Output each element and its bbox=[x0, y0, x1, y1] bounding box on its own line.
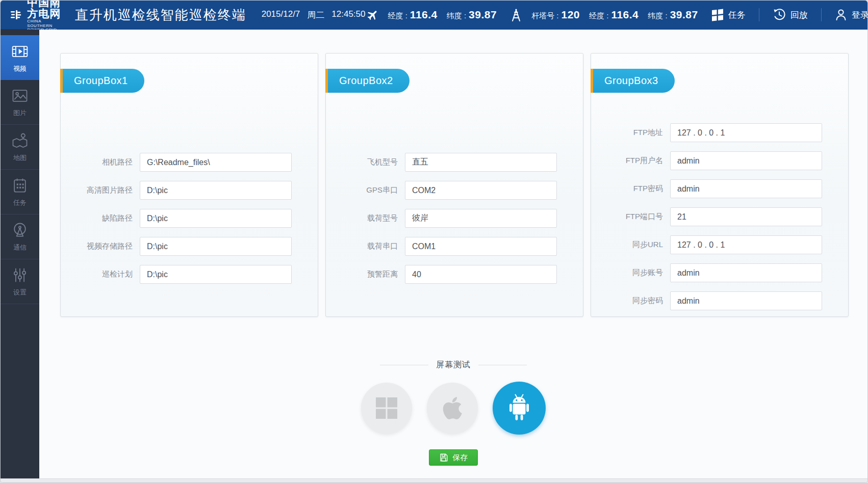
ftp-port-label: FTP端口号 bbox=[626, 212, 663, 222]
payload-model-row: 载荷型号 bbox=[326, 209, 583, 228]
warning-distance-row: 预警距离 bbox=[326, 265, 583, 284]
sidebar-label-tasks: 任务 bbox=[13, 198, 27, 207]
settings-icon bbox=[11, 266, 29, 284]
login-label: 登录 bbox=[852, 9, 868, 21]
inspection-plan-row: 巡检计划 bbox=[61, 265, 318, 284]
ftp-username-input[interactable] bbox=[670, 151, 822, 170]
tower-lon-value: 116.4 bbox=[611, 9, 639, 21]
aircraft-model-label: 飞机型号 bbox=[367, 157, 398, 167]
datetime: 2015/12/7 周二 12:45:50 bbox=[262, 9, 366, 21]
inspection-plan-input[interactable] bbox=[140, 265, 292, 284]
warning-distance-input[interactable] bbox=[405, 265, 557, 284]
payload-model-label: 载荷型号 bbox=[367, 213, 398, 223]
bottom-strip bbox=[1, 478, 867, 482]
payload-model-input[interactable] bbox=[405, 209, 557, 228]
weekday-text: 周二 bbox=[307, 9, 324, 21]
header-separator bbox=[821, 8, 822, 21]
company-logo: 中国南方电网 CHINA SOUTHERN POWER GRID bbox=[11, 0, 64, 33]
task-icon bbox=[11, 176, 29, 195]
sidebar-label-map: 地图 bbox=[13, 153, 27, 163]
sidebar-item-images[interactable]: 图片 bbox=[1, 80, 39, 125]
ftp-port-row: FTP端口号 bbox=[591, 207, 848, 226]
floppy-icon bbox=[439, 453, 448, 462]
hd-image-path-row: 高清图片路径 bbox=[61, 181, 318, 200]
defect-path-label: 缺陷路径 bbox=[102, 213, 133, 223]
screen-test-title: 屏幕测试 bbox=[436, 360, 471, 370]
ftp-password-input[interactable] bbox=[670, 179, 822, 198]
time-text: 12:45:50 bbox=[331, 9, 365, 21]
groupbox1-title: GroupBox1 bbox=[63, 69, 144, 93]
sync-url-label: 同步URL bbox=[632, 240, 663, 250]
brand-cn: 中国南方电网 bbox=[27, 0, 63, 19]
sync-password-input[interactable] bbox=[670, 291, 822, 310]
groupbox3-panel: GroupBox3 FTP地址 FTP用户名 FTP密码 bbox=[591, 53, 849, 317]
sidebar-item-settings[interactable]: 设置 bbox=[1, 259, 39, 304]
tower-lat-value: 39.87 bbox=[670, 9, 698, 21]
warning-distance-label: 预警距离 bbox=[367, 270, 398, 279]
groupbox3-title: GroupBox3 bbox=[593, 69, 675, 93]
image-icon bbox=[11, 87, 29, 105]
payload-serial-row: 载荷串口 bbox=[326, 237, 583, 256]
main-content: GroupBox1 相机路径 高清图片路径 缺陷路径 bbox=[39, 30, 867, 478]
header-replay-button[interactable]: 回放 bbox=[773, 8, 808, 21]
groupbox2-panel: GroupBox2 飞机型号 GPS串口 载荷型号 bbox=[325, 53, 583, 317]
sync-account-input[interactable] bbox=[670, 263, 822, 282]
tasks-label: 任务 bbox=[728, 9, 746, 21]
sync-url-input[interactable] bbox=[670, 235, 822, 254]
hd-image-path-input[interactable] bbox=[140, 181, 292, 200]
aircraft-model-input[interactable] bbox=[405, 153, 557, 172]
ftp-password-label: FTP密码 bbox=[633, 184, 663, 194]
sidebar-item-communication[interactable]: 通信 bbox=[1, 214, 39, 259]
tiles-icon bbox=[711, 8, 724, 21]
sync-password-label: 同步密码 bbox=[632, 296, 663, 306]
tower-id-value: 120 bbox=[561, 9, 580, 21]
power-grid-logo-icon bbox=[11, 6, 22, 24]
ftp-password-row: FTP密码 bbox=[591, 179, 848, 198]
screen-test-android-button[interactable] bbox=[493, 382, 546, 435]
payload-serial-input[interactable] bbox=[405, 237, 557, 256]
divider-line bbox=[478, 365, 527, 365]
flight-lat-label: 纬度 : bbox=[447, 11, 466, 21]
gps-serial-input[interactable] bbox=[405, 181, 557, 200]
app-window: 中国南方电网 CHINA SOUTHERN POWER GRID 直升机巡检线智… bbox=[0, 0, 868, 483]
page-title: 直升机巡检线智能巡检终端 bbox=[75, 6, 246, 24]
android-logo-icon bbox=[507, 394, 531, 422]
sidebar-item-tasks[interactable]: 任务 bbox=[1, 170, 39, 214]
windows-logo-icon bbox=[375, 396, 398, 420]
sync-url-row: 同步URL bbox=[591, 235, 848, 254]
camera-path-input[interactable] bbox=[140, 153, 292, 172]
flight-lat-value: 39.87 bbox=[469, 9, 497, 21]
communication-icon bbox=[11, 221, 29, 239]
screen-test-options bbox=[361, 382, 546, 435]
ftp-port-input[interactable] bbox=[670, 207, 822, 226]
save-button[interactable]: 保存 bbox=[429, 449, 478, 466]
video-storage-path-row: 视频存储路径 bbox=[61, 237, 318, 256]
sidebar-label-video: 视频 bbox=[13, 64, 27, 73]
date-text: 2015/12/7 bbox=[262, 9, 300, 21]
header-tasks-button[interactable]: 任务 bbox=[711, 8, 746, 21]
apple-logo-icon bbox=[442, 395, 463, 421]
groupbox1-tab: GroupBox1 bbox=[60, 69, 144, 93]
header-login-button[interactable]: 登录 bbox=[835, 8, 868, 21]
ftp-address-row: FTP地址 bbox=[591, 123, 848, 142]
replay-clock-icon bbox=[773, 8, 786, 21]
ftp-address-label: FTP地址 bbox=[633, 128, 663, 138]
save-label: 保存 bbox=[453, 453, 468, 463]
sidebar-label-communication: 通信 bbox=[13, 243, 27, 252]
sidebar-item-map[interactable]: 地图 bbox=[1, 125, 39, 170]
sidebar: 视频 图片 地图 bbox=[1, 30, 39, 478]
video-storage-path-input[interactable] bbox=[140, 237, 292, 256]
defect-path-input[interactable] bbox=[140, 209, 292, 228]
tower-id-label: 杆塔号 : bbox=[531, 11, 558, 21]
tower-lat-label: 纬度 : bbox=[648, 11, 667, 21]
screen-test-apple-button[interactable] bbox=[427, 383, 478, 434]
inspection-plan-label: 巡检计划 bbox=[102, 270, 133, 279]
replay-label: 回放 bbox=[790, 9, 808, 21]
hd-image-path-label: 高清图片路径 bbox=[87, 185, 133, 195]
sync-account-label: 同步账号 bbox=[632, 268, 663, 278]
sidebar-item-video[interactable]: 视频 bbox=[1, 35, 39, 80]
sync-password-row: 同步密码 bbox=[591, 291, 848, 310]
screen-test-windows-button[interactable] bbox=[361, 383, 412, 434]
groupbox3-tab: GroupBox3 bbox=[591, 69, 675, 93]
ftp-address-input[interactable] bbox=[670, 123, 822, 142]
